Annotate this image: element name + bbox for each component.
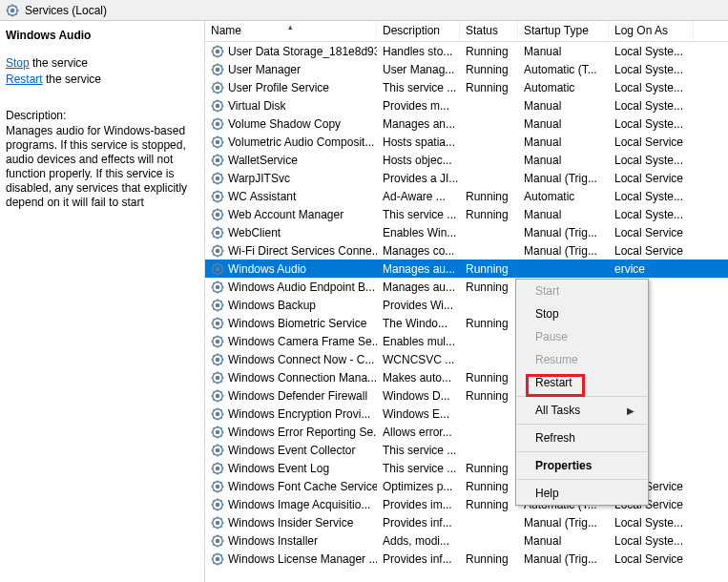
- details-pane: Windows Audio Stop the service Restart t…: [0, 21, 205, 582]
- gear-icon: [211, 317, 224, 330]
- service-row[interactable]: Windows Biometric ServiceThe Windo...Run…: [205, 314, 728, 332]
- service-row[interactable]: WalletServiceHosts objec...ManualLocal S…: [205, 151, 728, 169]
- gear-icon: [211, 534, 224, 548]
- cell-startup: Automatic: [518, 190, 609, 203]
- restart-service-link[interactable]: Restart: [6, 73, 43, 86]
- cell-startup: Manual: [518, 534, 609, 548]
- cell-status: Running: [460, 462, 518, 475]
- service-row[interactable]: Windows Image Acquisitio...Provides im..…: [205, 495, 728, 513]
- service-row[interactable]: Windows InstallerAdds, modi...ManualLoca…: [205, 531, 728, 550]
- cell-status: Running: [460, 81, 518, 94]
- cell-name: Windows Audio: [205, 262, 377, 276]
- cell-status: Running: [460, 498, 518, 511]
- service-row[interactable]: Windows BackupProvides Wi...ste...: [205, 296, 728, 314]
- col-startup[interactable]: Startup Type: [518, 21, 609, 41]
- menu-item-label: Refresh: [535, 431, 575, 445]
- cell-startup: Automatic: [518, 81, 609, 94]
- col-logon[interactable]: Log On As: [609, 21, 694, 41]
- cell-startup: Manual: [518, 135, 609, 149]
- service-row[interactable]: Windows Camera Frame Se...Enables mul...…: [205, 332, 728, 350]
- cell-name: Windows Connect Now - C...: [205, 353, 377, 366]
- menu-item-help[interactable]: Help: [516, 482, 648, 505]
- service-row[interactable]: User Data Storage_181e8d93Handles sto...…: [205, 42, 728, 60]
- menu-item-stop[interactable]: Stop: [516, 302, 648, 325]
- service-name-text: Wi-Fi Direct Services Conne...: [228, 244, 377, 258]
- menu-item-label: Help: [535, 487, 559, 500]
- gear-icon: [211, 552, 224, 566]
- col-status[interactable]: Status: [460, 21, 518, 41]
- menu-item-properties[interactable]: Properties: [516, 454, 648, 477]
- cell-desc: Enables Win...: [377, 226, 460, 239]
- cell-name: User Profile Service: [205, 81, 377, 94]
- service-name-text: WebClient: [228, 226, 281, 239]
- service-row[interactable]: Virtual DiskProvides m...ManualLocal Sys…: [205, 96, 728, 114]
- col-name[interactable]: Name▴: [205, 21, 377, 41]
- menu-item-refresh[interactable]: Refresh: [516, 426, 648, 449]
- menu-item-resume: Resume: [516, 348, 648, 371]
- service-name-text: Volumetric Audio Composit...: [228, 135, 374, 149]
- cell-logon: Local Syste...: [609, 63, 694, 76]
- service-row[interactable]: Web Account ManagerThis service ...Runni…: [205, 205, 728, 223]
- col-description[interactable]: Description: [377, 21, 460, 41]
- menu-item-restart[interactable]: Restart: [516, 371, 648, 394]
- menu-item-all-tasks[interactable]: All Tasks▶: [516, 399, 648, 422]
- cell-desc: Allows error...: [377, 426, 460, 439]
- cell-name: Windows Encryption Provi...: [205, 407, 377, 421]
- cell-logon: Local Syste...: [609, 99, 694, 113]
- service-row[interactable]: Windows Event LogThis service ...Running…: [205, 459, 728, 477]
- cell-logon: Local Syste...: [609, 534, 694, 548]
- gear-icon: [6, 4, 19, 17]
- cell-name: WalletService: [205, 154, 377, 167]
- cell-desc: Optimizes p...: [377, 480, 460, 493]
- cell-name: User Manager: [205, 63, 377, 76]
- cell-name: Windows Event Log: [205, 462, 377, 475]
- cell-name: Windows License Manager ...: [205, 552, 377, 566]
- cell-logon: Local Syste...: [609, 208, 694, 221]
- service-name-text: Windows Insider Service: [228, 516, 353, 530]
- cell-name: Windows Insider Service: [205, 516, 377, 530]
- stop-suffix: the service: [30, 56, 88, 70]
- context-menu: StartStopPauseResumeRestartAll Tasks▶Ref…: [515, 279, 649, 506]
- service-row[interactable]: Windows Insider ServiceProvides inf...Ma…: [205, 513, 728, 531]
- service-row[interactable]: Volumetric Audio Composit...Hosts spatia…: [205, 133, 728, 151]
- service-row[interactable]: Windows Connection Mana...Makes auto...R…: [205, 368, 728, 386]
- service-row[interactable]: WarpJITSvcProvides a JI...Manual (Trig..…: [205, 169, 728, 187]
- service-row[interactable]: Windows Error Reporting Se...Allows erro…: [205, 423, 728, 441]
- cell-name: Web Account Manager: [205, 208, 377, 221]
- service-row[interactable]: Windows Event CollectorThis service ...k…: [205, 441, 728, 459]
- service-row[interactable]: Windows Audio Endpoint B...Manages au...…: [205, 278, 728, 296]
- gear-icon: [211, 135, 224, 149]
- cell-logon: Local Syste...: [609, 81, 694, 94]
- service-row[interactable]: Wi-Fi Direct Services Conne...Manages co…: [205, 241, 728, 260]
- cell-name: Windows Biometric Service: [205, 317, 377, 330]
- service-name-text: Windows Camera Frame Se...: [228, 335, 377, 348]
- gear-icon: [211, 516, 224, 530]
- service-row[interactable]: Volume Shadow CopyManages an...ManualLoc…: [205, 114, 728, 133]
- service-row[interactable]: Windows Connect Now - C...WCNCSVC ...erv…: [205, 350, 728, 368]
- gear-icon: [211, 45, 224, 58]
- cell-startup: Manual: [518, 154, 609, 167]
- service-row[interactable]: Windows Defender FirewallWindows D...Run…: [205, 386, 728, 405]
- menu-item-label: All Tasks: [535, 404, 580, 417]
- service-name-text: WC Assistant: [228, 190, 296, 203]
- gear-icon: [211, 172, 224, 185]
- header-title: Services (Local): [25, 4, 107, 17]
- cell-desc: Enables mul...: [377, 335, 460, 348]
- service-row[interactable]: Windows Font Cache ServiceOptimizes p...…: [205, 477, 728, 495]
- service-row[interactable]: Windows AudioManages au...Runningervice: [205, 260, 728, 278]
- cell-name: Windows Audio Endpoint B...: [205, 281, 377, 294]
- service-name-text: Windows Defender Firewall: [228, 389, 367, 403]
- service-row[interactable]: Windows License Manager ...Provides inf.…: [205, 550, 728, 568]
- cell-desc: Windows D...: [377, 389, 460, 403]
- cell-desc: Manages an...: [377, 117, 460, 131]
- stop-service-link[interactable]: Stop: [6, 56, 30, 70]
- service-row[interactable]: WC AssistantAd-Aware ...RunningAutomatic…: [205, 187, 728, 205]
- service-row[interactable]: WebClientEnables Win...Manual (Trig...Lo…: [205, 223, 728, 241]
- service-name-text: Windows Image Acquisitio...: [228, 498, 370, 511]
- cell-desc: Manages co...: [377, 244, 460, 258]
- service-row[interactable]: User ManagerUser Manag...RunningAutomati…: [205, 60, 728, 78]
- service-row[interactable]: User Profile ServiceThis service ...Runn…: [205, 78, 728, 96]
- cell-name: Windows Backup: [205, 299, 377, 312]
- service-row[interactable]: Windows Encryption Provi...Windows E...e…: [205, 405, 728, 423]
- cell-desc: Windows E...: [377, 407, 460, 421]
